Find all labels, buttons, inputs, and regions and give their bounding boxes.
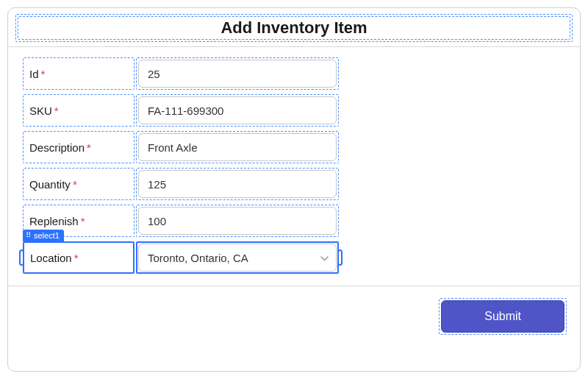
label-id: Id *: [23, 57, 135, 90]
label-description: Description *: [23, 131, 135, 163]
quantity-input[interactable]: [138, 170, 337, 198]
input-wrap-sku: [136, 94, 339, 127]
input-wrap-replenish: [136, 205, 339, 237]
resize-handle-left[interactable]: [19, 249, 24, 266]
label-sku-text: SKU: [29, 105, 52, 117]
label-description-text: Description: [29, 141, 85, 154]
form-grid: Id * SKU * Description *: [23, 57, 339, 274]
required-marker: *: [87, 141, 91, 154]
label-location: Location *: [23, 241, 135, 274]
replenish-input[interactable]: [138, 207, 337, 235]
description-input[interactable]: [138, 133, 337, 161]
label-quantity-text: Quantity: [29, 178, 71, 191]
submit-button[interactable]: Submit: [441, 300, 564, 333]
sku-input[interactable]: [138, 96, 337, 124]
submit-selection-outline: Submit: [439, 298, 567, 335]
label-quantity: Quantity *: [23, 168, 135, 200]
add-inventory-panel: Add Inventory Item Id * SKU *: [7, 7, 581, 372]
required-marker: *: [54, 105, 59, 117]
panel-header: Add Inventory Item: [8, 8, 580, 46]
title-selection-outline: Add Inventory Item: [15, 14, 573, 42]
input-wrap-location: Toronto, Ontario, CA: [136, 241, 339, 274]
required-marker: *: [73, 178, 77, 191]
input-wrap-id: [136, 57, 339, 90]
label-id-text: Id: [29, 68, 39, 80]
id-input[interactable]: [138, 60, 337, 88]
field-row-location: select1 Location * Toronto, Ontario, CA: [23, 241, 339, 274]
resize-handle-right[interactable]: [337, 249, 343, 266]
selection-tag[interactable]: select1: [23, 230, 64, 241]
field-row-quantity: Quantity *: [23, 168, 339, 200]
page-title: Add Inventory Item: [18, 16, 570, 40]
input-wrap-quantity: [136, 168, 339, 200]
required-marker: *: [74, 252, 79, 264]
form-area: Id * SKU * Description *: [8, 47, 580, 286]
label-location-text: Location: [30, 252, 72, 264]
required-marker: *: [41, 68, 46, 80]
required-marker: *: [81, 215, 85, 227]
location-select[interactable]: Toronto, Ontario, CA: [138, 244, 337, 272]
field-row-replenish: Replenish *: [23, 205, 339, 237]
panel-footer: Submit: [8, 286, 580, 347]
field-row-sku: SKU *: [23, 94, 339, 127]
selection-tag-label: select1: [34, 231, 60, 240]
input-wrap-description: [136, 131, 339, 163]
field-row-description: Description *: [23, 131, 339, 163]
drag-handle-icon: [26, 232, 32, 239]
label-replenish-text: Replenish: [29, 215, 79, 227]
label-sku: SKU *: [23, 94, 135, 127]
field-row-id: Id *: [23, 57, 339, 90]
